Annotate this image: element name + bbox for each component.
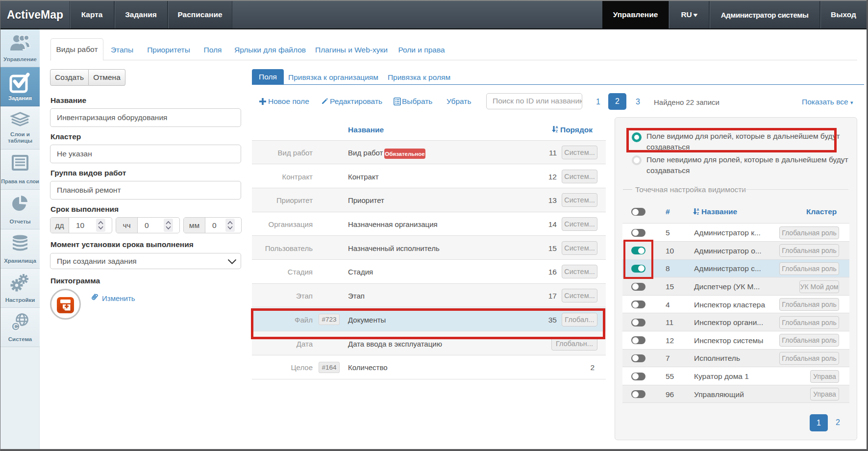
svg-text:C: C xyxy=(13,323,18,330)
svg-text:Z: Z xyxy=(697,212,699,215)
svg-text:A: A xyxy=(696,208,699,211)
svg-text:Z: Z xyxy=(556,129,558,133)
svg-text:A: A xyxy=(555,125,558,129)
